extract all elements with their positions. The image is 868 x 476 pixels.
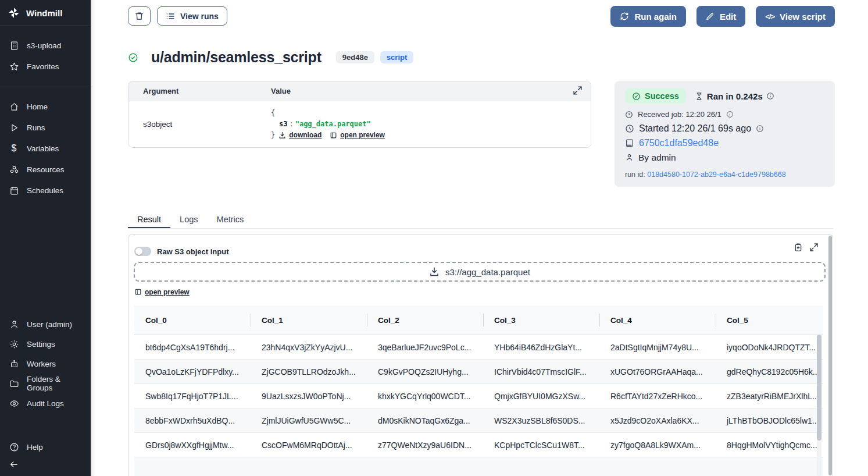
json-open-brace: { [271,108,385,119]
column-header[interactable]: Col_3 [483,306,599,335]
title-row: u/admin/seamless_script 9ed48e script [128,49,413,66]
table-cell: z77QWeNtXzy9aU6IDN... [367,433,483,457]
job-hash-link[interactable]: 6750c1dfa59ed48e [639,138,719,148]
column-header[interactable]: Col_0 [134,306,251,335]
clock-icon [625,111,633,119]
tab-logs[interactable]: Logs [170,212,207,228]
delete-button[interactable] [128,6,151,26]
sidebar-divider [0,26,91,26]
column-header[interactable]: Col_5 [716,306,823,335]
table-cell: CscOFwM6MRqDOttAj... [251,433,367,457]
received-label: Received job: 12:20 26/1 [638,110,721,119]
by-label: By admin [638,152,676,163]
sidebar-item-favorites[interactable]: Favorites [0,56,91,77]
expand-icon[interactable] [573,86,583,95]
brand[interactable]: Windmill [0,0,91,26]
table-cell: 3qeBarlueJF2uvc9PoLc... [367,335,483,360]
table-row[interactable]: GDrs0j8wXXgfHgjjMtw... CscOFwM6MRqDOttAj… [134,433,823,457]
view-script-button[interactable]: </> View script [756,6,835,27]
folder-icon [9,379,19,389]
hourglass-icon [695,92,703,101]
sidebar-item-home[interactable]: Home [0,96,91,117]
sidebar-item-resources[interactable]: Resources [0,159,91,180]
run-again-button[interactable]: Run again [610,6,686,27]
sidebar-item-audit-logs[interactable]: Audit Logs [0,393,91,413]
tab-result[interactable]: Result [128,212,170,228]
run-id-link[interactable]: 018d4580-1072-ab29-e6a4-c1de9798b668 [647,170,785,179]
open-preview-label: open preview [145,288,190,296]
sidebar-item-user[interactable]: User (admin) [0,314,91,334]
open-preview-link[interactable]: open preview [330,130,385,141]
panel-preview-icon [134,288,142,296]
open-preview-label: open preview [340,130,385,141]
table-scrollbar[interactable] [817,335,821,476]
sidebar-collapse-button[interactable] [6,457,22,471]
sidebar-item-label: Runs [27,123,45,132]
brand-label: Windmill [26,8,62,18]
table-cell: zZB3eatyrRiBMEJrXlhL... [716,384,823,408]
view-runs-button[interactable]: View runs [157,6,227,26]
result-panel-actions [794,243,819,252]
view-runs-label: View runs [180,12,219,21]
sidebar-item-s3-upload[interactable]: s3-upload [0,35,91,56]
table-cell: 8HqgHMolVYtighQcmc... [716,433,823,457]
check-circle-icon [632,92,641,101]
sidebar-bottom-nav: User (admin) Settings Workers [0,314,91,413]
download-link[interactable]: download [278,130,322,141]
table-cell: R6cfTAYtd27xZeRHkco... [599,384,716,408]
sidebar-item-label: Settings [27,340,55,349]
column-header[interactable]: Col_4 [599,306,716,335]
table-scrollbar-thumb[interactable] [817,335,821,441]
open-preview-link[interactable]: open preview [134,288,190,296]
table-cell: xUGOt76ORGrAAHaqa... [599,360,716,384]
info-icon[interactable] [756,125,764,133]
sidebar-item-settings[interactable]: Settings [0,334,91,354]
column-header[interactable]: Col_1 [251,306,367,335]
edit-button[interactable]: Edit [696,6,745,27]
success-badge: Success [625,88,686,104]
result-panel-scrollbar[interactable] [828,236,832,475]
column-header[interactable]: Col_2 [367,306,483,335]
sidebar-item-folders-groups[interactable]: Folders & Groups [0,374,91,393]
result-panel: Raw S3 object input s3://agg_data.parque… [128,234,833,476]
info-icon[interactable] [726,111,734,118]
table-row[interactable]: Swb8Iq17FqHjoT7P1JL... 9UazLsxzsJW0oPToN… [134,384,823,408]
table-cell: x5Jzd9cO2oXAxla6KX... [599,408,716,433]
panel-preview-icon [330,132,337,139]
by-line: By admin [625,150,824,165]
sidebar-pinned-group: s3-upload Favorites [0,35,91,77]
sidebar-item-label: Audit Logs [27,399,64,408]
download-icon [429,267,440,277]
result-data-table: Col_0 Col_1 Col_2 Col_3 Col_4 Col_5 bt6d… [134,306,823,476]
table-cell: IChirVbid4c07TmscIGlF... [483,360,599,384]
sidebar-item-schedules[interactable]: Schedules [0,180,91,201]
table-row[interactable]: 8ebbFxWDxrh5uXdBQ... ZjmlJUiGwfU5GWw5C..… [134,408,823,433]
page-title: u/admin/seamless_script [151,49,322,66]
arguments-card: Argument Value s3object { s3:"agg_data.p… [128,81,591,148]
sidebar-item-help[interactable]: Help [0,436,91,457]
json-string-value: "agg_data.parquet" [295,120,371,128]
json-key: s3 [271,120,287,128]
info-icon[interactable] [766,92,774,100]
s3-file-download-button[interactable]: s3://agg_data.parquet [134,262,826,282]
argument-value-json: { s3:"agg_data.parquet" } [271,108,385,141]
download-icon [278,132,286,139]
sidebar-item-variables[interactable]: $ Variables [0,138,91,159]
started-label: Started 12:20 26/1 69s ago [639,123,751,134]
raw-s3-toggle[interactable] [134,247,151,256]
sidebar-item-workers[interactable]: Workers [0,354,91,374]
duration-label: Ran in 0.242s [707,91,763,101]
user-icon [9,319,19,329]
list-icon [166,12,175,21]
table-cell: GDrs0j8wXXgfHgjjMtw... [134,433,251,457]
received-line: Received job: 12:20 26/1 [625,108,824,121]
clipboard-copy-icon[interactable] [794,243,803,252]
sidebar-item-runs[interactable]: Runs [0,117,91,138]
tab-metrics[interactable]: Metrics [208,212,253,228]
expand-icon[interactable] [809,243,819,252]
table-row[interactable]: bt6dp4CgXsA19T6hdrj... 23hN4qxV3jZkYyAzj… [134,335,823,360]
sidebar-main-nav: Home Runs $ Variables Resources [0,96,91,201]
download-label: download [289,130,322,141]
sidebar-item-label: Resources [27,165,65,174]
table-row[interactable]: QvOa1oLzKFjYDFPdlxy... ZjGCOB9TLLROdzoJk… [134,360,823,384]
